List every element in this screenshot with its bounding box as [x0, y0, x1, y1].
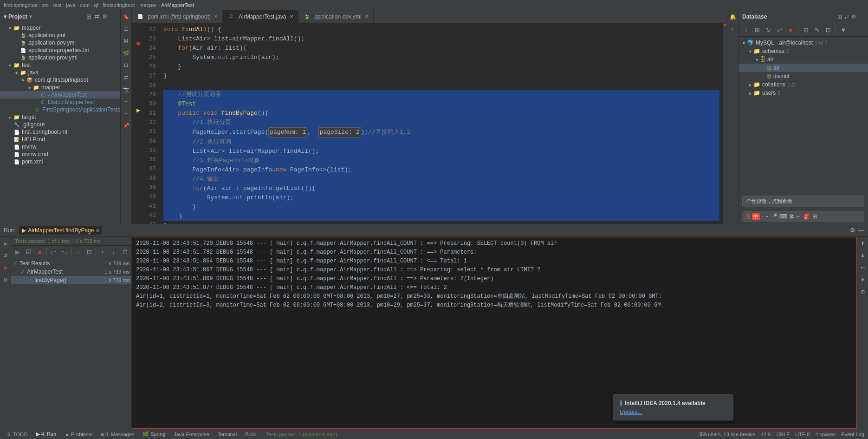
db-stop-button[interactable]: ■ — [786, 25, 795, 34]
tree-item-district-mapper-test[interactable]: C DistirctMapperTest — [0, 98, 120, 106]
project-caret-icon[interactable]: ▾ — [29, 14, 32, 19]
tree-item-help[interactable]: 📝 HELP.md — [0, 136, 120, 143]
db-console-button[interactable]: ⊡ — [823, 25, 833, 34]
ime-bag-icon[interactable]: 🎒 — [803, 213, 810, 220]
run-align-icon[interactable]: ≡ — [73, 247, 83, 256]
sort-up-icon[interactable]: ↑↓ — [60, 247, 69, 256]
tree-item-application-dev-yml[interactable]: 🍃 application-dev.yml — [0, 39, 120, 46]
code-content[interactable]: void findAll() { List<Air> list=airMappe… — [160, 23, 723, 224]
sidebar-settings-icon[interactable]: ⊞ — [86, 13, 91, 20]
tree-item-mapper-root[interactable]: ▾ 📁 mapper — [0, 24, 120, 32]
run-pause-icon[interactable]: ⏸ — [1, 275, 10, 284]
tree-item-java[interactable]: ▾ 📁 java — [0, 69, 120, 76]
status-tab-terminal[interactable]: Terminal — [214, 431, 241, 438]
ime-tilde-icon[interactable]: ~ — [765, 213, 769, 220]
ime-dot-icon[interactable]: · — [762, 213, 763, 220]
run-clock-icon[interactable]: ⏱ — [120, 247, 130, 256]
run-stop-icon[interactable]: ■ — [1, 263, 10, 272]
arrow-right-icon[interactable]: → — [122, 109, 131, 118]
run-all-button[interactable]: ▶ — [13, 247, 22, 256]
run-tab[interactable]: ▶ AirMapperTest.findByPage ✕ — [19, 226, 102, 235]
sidebar-minimize-icon[interactable]: — — [110, 13, 117, 20]
db-air-table[interactable]: ▦ air — [738, 64, 868, 72]
db-refresh-button[interactable]: ↻ — [764, 25, 773, 34]
status-event-log[interactable]: Event Log — [841, 432, 864, 437]
bookmark-icon[interactable]: 🔖 — [122, 12, 131, 21]
status-tab-messages[interactable]: ≡ 0: Messages — [97, 431, 138, 438]
run-play-icon[interactable]: ▶ — [1, 239, 10, 248]
tree-item-air-mapper-test[interactable]: C AirMapperTest — [0, 91, 120, 98]
status-encoding[interactable]: UTF-8 — [795, 432, 810, 437]
endpoints-icon[interactable]: ⇄ — [122, 72, 131, 82]
db-air-schema[interactable]: ▾ 🗄 air — [738, 55, 868, 64]
tree-item-iml[interactable]: 📄 first-springboot.iml — [0, 128, 120, 136]
db-split-icon[interactable]: ⇄ — [844, 13, 849, 20]
arrow-left-icon[interactable]: ← — [122, 97, 131, 106]
run-up-icon[interactable]: ↑ — [98, 247, 107, 256]
tree-item-target[interactable]: ▸ 📁 target — [0, 113, 120, 121]
tree-item-app-tests[interactable]: C FirstSpringbootApplicationTests — [0, 106, 120, 113]
breadcrumb-item[interactable]: first-springboot — [4, 2, 38, 8]
status-tab-todo[interactable]: 6: TODO — [4, 431, 32, 438]
db-connection[interactable]: ▾ 🐬 MySQL - air@localhost 1 of 7 — [738, 39, 868, 47]
test-results-header[interactable]: ✓ Test Results 1 s 739 ms — [11, 259, 131, 268]
sidebar-expand-icon[interactable]: ▾ — [4, 13, 6, 20]
run-settings-icon[interactable]: ⚙ — [850, 227, 855, 234]
ime-mic-icon[interactable]: 🎤 — [771, 213, 777, 220]
run-stop-button[interactable]: ■ — [35, 247, 45, 256]
tree-item-mvnw-cmd[interactable]: 📄 mvnw.cmd — [0, 151, 120, 158]
pin-icon[interactable]: 📌 — [122, 121, 131, 130]
status-tab-spring[interactable]: 🌿 Spring — [139, 430, 169, 438]
run-checkbox-icon[interactable]: ☑ — [24, 247, 33, 256]
status-tab-problems[interactable]: ▲ Problems — [61, 431, 96, 438]
spring-icon[interactable]: 🌿 — [122, 48, 131, 58]
tab-close-button[interactable]: ✕ — [290, 14, 293, 19]
db-globe-icon[interactable]: ⊞ — [837, 13, 842, 20]
db-gear-icon[interactable]: ⚙ — [851, 13, 856, 20]
ime-arrow-icon[interactable]: ← — [796, 213, 802, 220]
status-tab-build[interactable]: Build — [241, 431, 260, 438]
notification-icon[interactable]: 🔔 — [728, 12, 738, 21]
profiler-icon[interactable]: ⊡ — [122, 60, 131, 70]
db-add-button[interactable]: + — [741, 25, 751, 34]
db-table-button[interactable]: ⊞ — [801, 25, 810, 34]
status-tab-java-enterprise[interactable]: Java Enterprise — [170, 431, 213, 438]
status-crlf[interactable]: CRLF — [777, 432, 790, 437]
status-position[interactable]: 42:6 — [761, 432, 771, 437]
sidebar-gear-icon[interactable]: ⚙ — [102, 13, 108, 20]
ime-keyboard-icon[interactable]: ⌨ — [779, 213, 787, 220]
sidebar-split-icon[interactable]: ⇄ — [94, 13, 99, 20]
maven-icon[interactable]: M — [122, 36, 131, 46]
tree-item-test[interactable]: ▾ 📁 test — [0, 61, 120, 69]
ime-cn-icon[interactable]: 中 — [752, 213, 760, 220]
breadcrumb-item[interactable]: mapper — [139, 2, 156, 8]
tab-application-dev[interactable]: 🍃 application-dev.yml ✕ — [298, 10, 374, 23]
tree-item-gitignore[interactable]: 🔧 .gitignore — [0, 121, 120, 128]
run-minimize-icon[interactable]: — — [858, 227, 864, 234]
breadcrumb-item[interactable]: qf — [94, 2, 98, 8]
tree-item-application-yml[interactable]: 🍃 application.yml — [0, 32, 120, 39]
run-gear-icon[interactable]: ⚙ — [858, 287, 868, 296]
tab-pom-xml[interactable]: 📄 pom.xml (first-springboot) ✕ — [132, 10, 223, 23]
db-edit-button[interactable]: ✎ — [812, 25, 822, 34]
sort-down-icon[interactable]: ↓↑ — [49, 247, 58, 256]
breadcrumb-item[interactable]: firstspringboot — [103, 2, 135, 8]
vcs-icon[interactable]: ↑ — [728, 24, 738, 33]
run-rerun-icon[interactable]: ↺ — [1, 251, 10, 260]
tab-close-button[interactable]: ✕ — [365, 14, 369, 19]
breadcrumb-item[interactable]: src — [42, 2, 49, 8]
run-tab-close-button[interactable]: ✕ — [96, 228, 99, 233]
breadcrumb-item[interactable]: java — [66, 2, 75, 8]
db-sync-button[interactable]: ⇄ — [775, 25, 784, 34]
status-tab-run[interactable]: ▶ 4: Run — [32, 430, 60, 438]
run-diff-icon[interactable]: ⊡ — [84, 247, 94, 256]
tree-item-mvnw[interactable]: 📄 mvnw — [0, 143, 120, 151]
structure-icon[interactable]: ☰ — [122, 24, 131, 33]
tree-item-mapper-pkg[interactable]: ▾ 📁 mapper — [0, 84, 120, 91]
breadcrumb-item[interactable]: test — [53, 2, 62, 8]
db-district-table[interactable]: ▦ district — [738, 72, 868, 80]
personalize-tooltip[interactable]: 个性设置，点我看看 — [742, 196, 864, 207]
db-schemas-folder[interactable]: ▾ 📁 schemas 1 — [738, 47, 868, 55]
camera-icon[interactable]: 📷 — [122, 85, 131, 94]
run-scroll-bottom-icon[interactable]: ⬇ — [858, 251, 868, 260]
